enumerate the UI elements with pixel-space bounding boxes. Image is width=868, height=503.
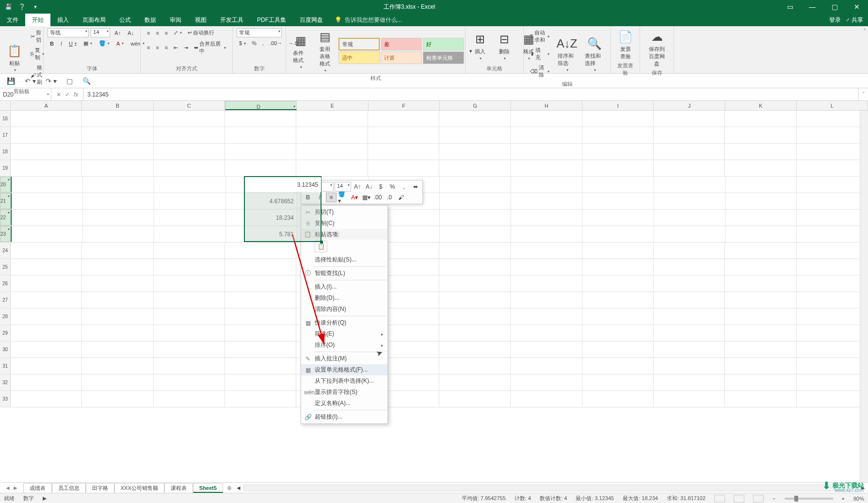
align-center-button[interactable]: ≡ <box>153 44 161 51</box>
cell[interactable] <box>654 259 725 275</box>
cell[interactable] <box>82 391 153 407</box>
cell[interactable] <box>654 391 725 407</box>
sheet-nav-next[interactable]: ► <box>13 485 18 491</box>
row-header[interactable]: 32 <box>0 374 11 390</box>
cell[interactable] <box>511 193 582 209</box>
cell[interactable] <box>154 210 225 226</box>
cell[interactable] <box>225 259 296 275</box>
row-header[interactable]: 33 <box>0 391 11 407</box>
cell[interactable] <box>582 292 654 308</box>
minimize-icon[interactable]: — <box>801 0 823 14</box>
add-sheet-button[interactable]: ⊕ <box>223 483 236 493</box>
cell[interactable] <box>725 391 796 407</box>
row-header[interactable]: 25 <box>0 259 11 275</box>
cell[interactable]: 5.781 <box>226 226 297 242</box>
ctx-insert-comment[interactable]: ✎插入批注(M) <box>301 353 387 364</box>
align-top-button[interactable]: ≡ <box>145 29 152 37</box>
cell[interactable] <box>440 193 511 209</box>
cell[interactable] <box>725 111 796 127</box>
find-select-button[interactable]: 🔍查找和选择 <box>582 35 607 73</box>
ctx-clear[interactable]: 清除内容(N) <box>301 304 387 315</box>
cell[interactable] <box>368 160 439 176</box>
tab-data[interactable]: 数据 <box>138 14 163 26</box>
hscroll-left[interactable]: ◄ <box>236 485 241 491</box>
cell[interactable] <box>582 226 654 242</box>
cell[interactable] <box>439 127 511 143</box>
fill-handle[interactable] <box>320 241 323 243</box>
cell[interactable] <box>797 391 868 407</box>
cell[interactable] <box>225 127 296 143</box>
zoom-in-button[interactable]: + <box>842 496 845 502</box>
cell[interactable] <box>797 374 868 390</box>
cell[interactable] <box>83 193 154 209</box>
comma-button[interactable]: , <box>260 39 266 47</box>
cell[interactable] <box>725 144 796 160</box>
cell[interactable] <box>797 111 868 127</box>
help-icon[interactable]: ❔ <box>17 2 26 11</box>
invoice-check-button[interactable]: 📄发票 查验 <box>615 28 636 61</box>
cell[interactable] <box>725 226 797 242</box>
column-header[interactable]: G <box>440 101 511 110</box>
cell[interactable] <box>654 160 725 176</box>
mini-align-center[interactable]: ≡ <box>326 193 337 202</box>
cell[interactable] <box>582 391 654 407</box>
ctx-format-cells[interactable]: ▦设置单元格格式(F)... <box>301 364 387 375</box>
cell[interactable] <box>511 144 582 160</box>
cell[interactable] <box>439 111 511 127</box>
ctx-smart-lookup[interactable]: ⓘ智能查找(L) <box>301 268 387 279</box>
name-box[interactable]: D20 <box>0 88 51 100</box>
cell[interactable] <box>511 226 582 242</box>
cell[interactable] <box>654 358 725 374</box>
border-button[interactable]: ▦ <box>81 39 95 48</box>
cell[interactable] <box>154 391 225 407</box>
cell[interactable] <box>511 276 582 292</box>
align-left-button[interactable]: ≡ <box>145 44 152 51</box>
cell[interactable] <box>440 210 511 226</box>
horizontal-scrollbar[interactable] <box>243 485 858 491</box>
cell[interactable] <box>725 193 797 209</box>
cell[interactable] <box>154 358 225 374</box>
cell[interactable] <box>797 341 868 357</box>
cell[interactable] <box>654 325 725 341</box>
ctx-delete[interactable]: 删除(D)... <box>301 292 387 304</box>
mini-size-select[interactable]: 14 <box>335 182 351 192</box>
cell[interactable] <box>368 144 439 160</box>
cell[interactable] <box>582 374 654 390</box>
currency-button[interactable]: $ <box>237 39 248 47</box>
cell[interactable] <box>725 160 796 176</box>
cell[interactable] <box>511 111 582 127</box>
cell[interactable] <box>511 325 582 341</box>
cell[interactable] <box>725 341 796 357</box>
column-header[interactable]: B <box>82 101 153 110</box>
table-format-button[interactable]: ▤套用 表格格式 <box>314 28 336 74</box>
merge-center-button[interactable]: ⬌ 合并后居中 <box>192 39 228 56</box>
close-icon[interactable]: ✕ <box>846 0 868 14</box>
cell[interactable] <box>797 292 868 308</box>
cell[interactable] <box>296 160 368 176</box>
tab-formula[interactable]: 公式 <box>113 14 138 26</box>
cell[interactable] <box>225 358 296 374</box>
expand-formula-bar-button[interactable]: ˅ <box>858 88 868 100</box>
sheet-tab[interactable]: 成绩表 <box>23 483 52 493</box>
cell[interactable] <box>439 391 511 407</box>
cell[interactable] <box>582 111 654 127</box>
mini-format-painter[interactable]: 🖌 <box>396 193 406 202</box>
tab-baidu[interactable]: 百度网盘 <box>293 14 330 26</box>
cell[interactable] <box>797 358 868 374</box>
ctx-show-pinyin[interactable]: wén显示拼音字段(S) <box>301 387 387 398</box>
cell[interactable] <box>439 325 511 341</box>
column-header[interactable]: D <box>225 101 297 110</box>
cell[interactable] <box>582 144 654 160</box>
cell[interactable] <box>439 374 511 390</box>
cell[interactable] <box>82 111 153 127</box>
cell[interactable] <box>82 341 153 357</box>
cell[interactable] <box>12 226 83 242</box>
cell[interactable] <box>82 127 153 143</box>
autosum-button[interactable]: Σ 自动求和 <box>528 28 552 45</box>
font-color-button[interactable]: A <box>114 39 126 48</box>
cell[interactable] <box>83 226 154 242</box>
ribbon-options-icon[interactable]: ▭ <box>779 0 801 14</box>
clear-button[interactable]: ⌫ 清除 <box>528 63 552 80</box>
cell[interactable] <box>439 358 511 374</box>
cell[interactable] <box>511 374 582 390</box>
